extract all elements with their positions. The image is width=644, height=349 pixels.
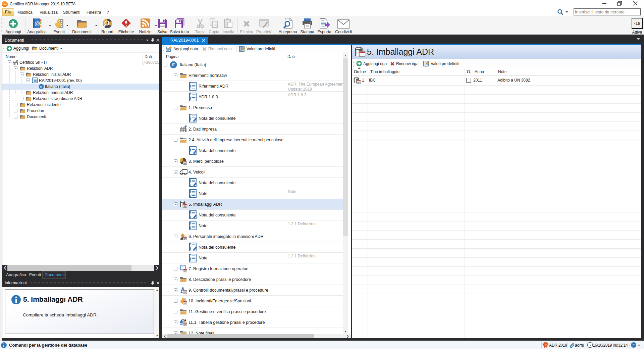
svg-text:3: 3 [125,24,127,27]
svg-text:IT: IT [633,344,635,346]
svg-text:ADR: ADR [3,4,7,6]
svg-text:IT: IT [40,85,43,88]
svg-text:@: @ [35,20,40,27]
